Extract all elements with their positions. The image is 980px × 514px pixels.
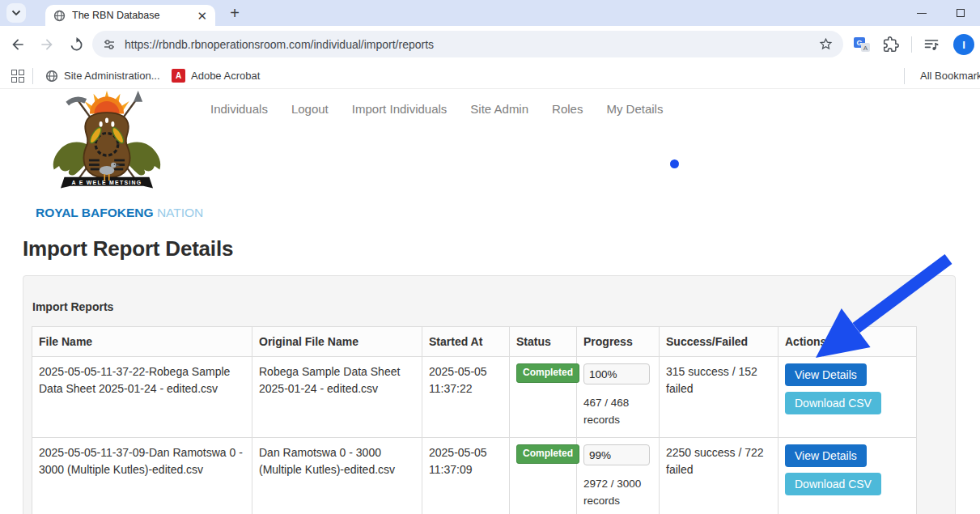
cell-file-name: 2025-05-05-11-37-09-Dan Ramotswa 0 - 300… — [32, 438, 252, 514]
bookmark-adobe-acrobat[interactable]: A Adobe Acrobat — [172, 63, 260, 88]
globe-icon — [45, 70, 58, 83]
page-title: Import Report Details — [23, 236, 233, 261]
translate-glyph-icon: G A — [853, 36, 871, 53]
back-arrow-icon — [10, 36, 26, 53]
import-reports-panel: Import Reports File Name Original File N… — [23, 275, 956, 514]
col-success-failed: Success/Failed — [660, 327, 778, 357]
cell-started-at: 2025-05-05 11:37:22 — [422, 357, 510, 438]
back-button[interactable] — [6, 33, 29, 56]
table-row: 2025-05-05-11-37-22-Robega Sample Data S… — [32, 357, 917, 438]
profile-avatar[interactable]: I — [953, 34, 974, 55]
table-row: 2025-05-05-11-37-09-Dan Ramotswa 0 - 300… — [32, 438, 917, 514]
panel-title: Import Reports — [32, 300, 113, 313]
bookmarks-divider — [904, 68, 905, 84]
status-badge: Completed — [516, 444, 579, 463]
tab-close-icon[interactable]: ✕ — [197, 10, 207, 22]
reload-icon — [68, 36, 85, 53]
cell-file-name: 2025-05-05-11-37-22-Robega Sample Data S… — [32, 357, 252, 438]
col-file-name: File Name — [32, 327, 252, 357]
col-started-at: Started At — [422, 327, 510, 357]
url-text[interactable]: https://rbndb.rbnoperationsroom.com/indi… — [125, 38, 818, 51]
bookmarks-bar: Site Administration... A Adobe Acrobat A… — [0, 63, 980, 89]
reload-button[interactable] — [65, 33, 87, 56]
logo-name-light: NATION — [157, 206, 203, 219]
status-badge: Completed — [516, 363, 579, 382]
toolbar-divider — [911, 36, 912, 53]
media-controls-icon[interactable] — [923, 36, 940, 53]
cell-success-failed: 315 success / 152 failed — [660, 357, 778, 438]
cell-original-file-name: Dan Ramotswa 0 - 3000 (Multiple Kutles)-… — [252, 438, 422, 514]
all-bookmarks-button[interactable]: All Bookmarks — [914, 63, 980, 88]
nav-logout[interactable]: Logout — [291, 102, 329, 116]
progress-bar: 99% — [583, 444, 650, 465]
cell-original-file-name: Robega Sample Data Sheet 2025-01-24 - ed… — [252, 357, 422, 438]
logo-name-bold: ROYAL BAFOKENG — [36, 206, 154, 219]
download-csv-button[interactable]: Download CSV — [785, 392, 881, 414]
col-status: Status — [510, 327, 577, 357]
cell-started-at: 2025-05-05 11:37:09 — [422, 438, 510, 514]
import-reports-table: File Name Original File Name Started At … — [32, 326, 917, 514]
bookmarks-divider — [32, 68, 33, 84]
col-progress: Progress — [577, 327, 660, 357]
puzzle-glyph-icon — [883, 36, 899, 53]
nav-import-individuals[interactable]: Import Individuals — [352, 102, 448, 116]
main-navigation: Individuals Logout Import Individuals Si… — [210, 102, 663, 116]
download-csv-button[interactable]: Download CSV — [785, 473, 881, 495]
cell-actions: View Details Download CSV — [778, 438, 917, 514]
tab-search-button[interactable] — [6, 3, 26, 23]
minimize-icon — [917, 13, 927, 14]
tab-title: The RBN Database — [72, 10, 197, 21]
window-minimize-button[interactable] — [905, 0, 939, 26]
nav-my-details[interactable]: My Details — [606, 102, 663, 116]
progress-bar: 100% — [583, 363, 650, 384]
address-bar[interactable]: https://rbndb.rbnoperationsroom.com/indi… — [92, 31, 843, 57]
nav-individuals[interactable]: Individuals — [210, 102, 268, 116]
svg-text:A: A — [863, 45, 868, 52]
playlist-note-glyph-icon — [923, 36, 940, 53]
window-maximize-button[interactable] — [944, 0, 978, 26]
records-count: 2972 / 3000 records — [583, 476, 651, 509]
browser-tab-bar: The RBN Database ✕ + — [0, 0, 980, 26]
bookmark-label: Site Administration... — [64, 70, 160, 82]
col-actions: Actions — [778, 327, 917, 357]
browser-tab[interactable]: The RBN Database ✕ — [45, 5, 215, 26]
col-original-file-name: Original File Name — [252, 327, 422, 357]
cell-success-failed: 2250 success / 722 failed — [660, 438, 778, 514]
cell-progress: 100% 467 / 468 records — [577, 357, 660, 438]
blue-dot-indicator — [670, 159, 679, 168]
logo-motto: A E WELE METSING — [72, 180, 142, 185]
all-bookmarks-label: All Bookmarks — [920, 70, 980, 82]
cell-progress: 99% 2972 / 3000 records — [577, 438, 660, 514]
chevron-down-icon — [11, 10, 21, 16]
forward-button[interactable] — [36, 33, 58, 56]
apps-grid-icon[interactable] — [11, 70, 24, 83]
rbn-logo: A E WELE METSING ROYAL BAFOKENG NATION — [36, 91, 178, 220]
cell-actions: View Details Download CSV — [778, 357, 917, 438]
forward-arrow-icon — [39, 36, 55, 53]
view-details-button[interactable]: View Details — [785, 444, 867, 467]
browser-toolbar: https://rbndb.rbnoperationsroom.com/indi… — [0, 26, 980, 63]
maximize-icon — [957, 9, 965, 17]
table-header-row: File Name Original File Name Started At … — [32, 327, 917, 357]
logo-wordmark: ROYAL BAFOKENG NATION — [36, 206, 178, 220]
bookmark-star-icon[interactable] — [818, 36, 834, 52]
globe-favicon-icon — [53, 10, 66, 22]
page-content: A E WELE METSING ROYAL BAFOKENG NATION I… — [0, 89, 980, 514]
bookmark-site-administration[interactable]: Site Administration... — [45, 63, 160, 88]
nav-roles[interactable]: Roles — [552, 102, 583, 116]
cell-status: Completed — [510, 357, 577, 438]
site-settings-tune-icon[interactable] — [102, 37, 117, 52]
extensions-puzzle-icon[interactable] — [882, 36, 900, 53]
view-details-button[interactable]: View Details — [785, 363, 867, 386]
translate-icon[interactable]: G A — [853, 36, 871, 53]
new-tab-button[interactable]: + — [225, 3, 244, 23]
nav-site-admin[interactable]: Site Admin — [470, 102, 528, 116]
coat-of-arms-icon: A E WELE METSING — [38, 91, 176, 202]
records-count: 467 / 468 records — [583, 395, 651, 428]
adobe-acrobat-icon: A — [172, 69, 185, 83]
bookmark-label: Adobe Acrobat — [191, 70, 260, 82]
cell-status: Completed — [510, 438, 577, 514]
